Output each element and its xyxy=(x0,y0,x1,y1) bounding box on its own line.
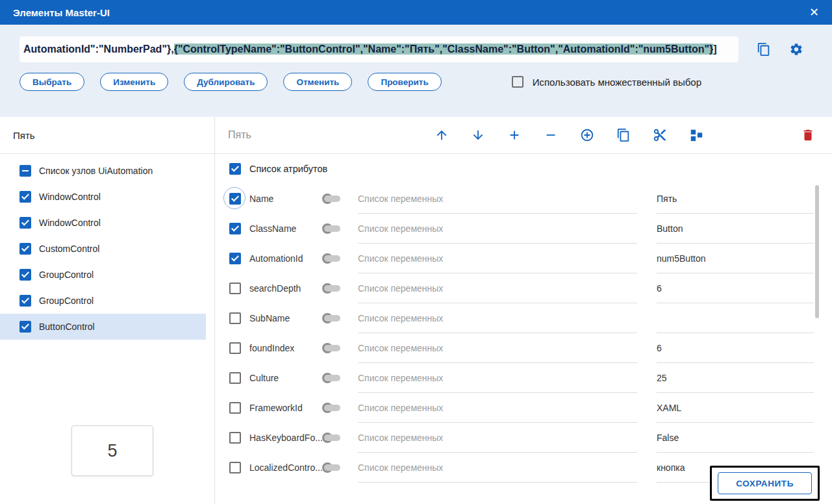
attribute-row: Culture Список переменных 25 xyxy=(215,363,832,393)
variable-field[interactable]: Список переменных xyxy=(358,393,637,423)
multi-select-label: Использовать множественный выбор xyxy=(533,77,701,88)
selector-text-tail: ] xyxy=(713,44,716,55)
move-up-icon[interactable] xyxy=(435,128,449,142)
attribute-row: AutomationId Список переменных num5Butto… xyxy=(215,244,832,273)
attribute-toggle[interactable] xyxy=(322,223,342,234)
attribute-checkbox[interactable] xyxy=(229,432,241,444)
attribute-value[interactable]: Пять xyxy=(657,184,814,214)
attribute-label: LocalizedContro... xyxy=(249,462,322,473)
attribute-checkbox[interactable] xyxy=(229,283,241,294)
attribute-value[interactable]: 6 xyxy=(657,273,814,303)
left-panel-header: Пять xyxy=(0,117,214,154)
attribute-label: Culture xyxy=(249,373,322,383)
variable-field[interactable]: Список переменных xyxy=(358,363,637,393)
node-item[interactable]: WindowControl xyxy=(0,210,214,236)
node-checkbox[interactable] xyxy=(19,243,31,255)
attribute-label: Name xyxy=(249,194,322,204)
attribute-toggle[interactable] xyxy=(322,462,342,473)
copy-icon[interactable] xyxy=(616,128,631,142)
action-button[interactable]: Изменить xyxy=(100,73,168,91)
multi-select-checkbox[interactable] xyxy=(512,76,523,88)
attribute-toggle[interactable] xyxy=(322,433,342,443)
attribute-toggle[interactable] xyxy=(322,343,342,353)
move-down-icon[interactable] xyxy=(471,128,485,142)
attributes-header: Список атрибутов xyxy=(215,154,832,184)
node-item[interactable]: GroupControl xyxy=(0,288,214,314)
attribute-value[interactable]: num5Button xyxy=(657,244,814,273)
attribute-checkbox[interactable] xyxy=(229,342,241,354)
attribute-value[interactable] xyxy=(657,303,814,333)
node-checkbox[interactable] xyxy=(19,191,31,203)
attribute-row: FrameworkId Список переменных XAML xyxy=(215,393,832,423)
vertical-scrollbar[interactable] xyxy=(815,185,819,318)
node-root-item[interactable]: Список узлов UiAutomation xyxy=(0,158,214,184)
attribute-toggle[interactable] xyxy=(322,403,342,413)
variable-field[interactable]: Список переменных xyxy=(358,423,637,453)
attribute-value[interactable]: 25 xyxy=(657,363,814,393)
node-tree-panel: Пять Список узлов UiAutomation WindowCon… xyxy=(0,117,215,504)
attribute-toggle[interactable] xyxy=(322,313,342,323)
attribute-value[interactable]: 6 xyxy=(657,333,814,363)
attribute-value[interactable]: XAML xyxy=(657,393,814,423)
add-circle-icon[interactable] xyxy=(580,128,594,142)
selector-text-plain: AutomationId":"NumberPad"}, xyxy=(23,44,174,55)
add-icon[interactable] xyxy=(507,128,522,142)
selector-input[interactable]: AutomationId":"NumberPad"},{"ControlType… xyxy=(19,36,738,62)
structure-icon[interactable] xyxy=(689,128,703,142)
node-checkbox[interactable] xyxy=(19,321,31,333)
attribute-checkbox[interactable] xyxy=(229,253,241,264)
attribute-row: Name Список переменных Пять xyxy=(215,184,832,214)
copy-selector-icon[interactable] xyxy=(757,42,771,57)
node-root-checkbox[interactable] xyxy=(19,165,31,177)
attribute-checkbox[interactable] xyxy=(229,193,241,205)
save-button[interactable]: СОХРАНИТЬ xyxy=(718,472,812,494)
window-title: Элементы Master-UI xyxy=(13,7,110,18)
attribute-toggle[interactable] xyxy=(322,194,342,204)
node-checkbox[interactable] xyxy=(19,269,31,281)
attribute-value[interactable]: Button xyxy=(657,214,814,244)
attribute-value[interactable]: False xyxy=(657,423,814,453)
action-button[interactable]: Дублировать xyxy=(184,73,268,91)
node-root-label: Список узлов UiAutomation xyxy=(39,166,153,176)
variable-field[interactable]: Список переменных xyxy=(358,244,637,273)
attribute-checkbox[interactable] xyxy=(229,402,241,414)
attribute-checkbox[interactable] xyxy=(229,372,241,384)
gear-icon[interactable] xyxy=(789,42,803,57)
attribute-row: foundIndex Список переменных 6 xyxy=(215,333,832,363)
node-checkbox[interactable] xyxy=(19,295,31,307)
attribute-checkbox[interactable] xyxy=(229,462,241,473)
attribute-toggle[interactable] xyxy=(322,253,342,264)
variable-field[interactable]: Список переменных xyxy=(358,453,637,483)
selector-panel: AutomationId":"NumberPad"},{"ControlType… xyxy=(0,25,832,117)
attribute-label: SubName xyxy=(249,313,322,323)
attributes-header-checkbox[interactable] xyxy=(229,163,241,175)
node-item[interactable]: GroupControl xyxy=(0,262,214,288)
delete-icon[interactable] xyxy=(801,128,815,142)
multi-select-option: Использовать множественный выбор xyxy=(512,76,701,88)
node-checkbox[interactable] xyxy=(19,217,31,229)
attribute-checkbox[interactable] xyxy=(229,312,241,324)
attribute-toggle[interactable] xyxy=(322,283,342,294)
close-icon[interactable]: ✕ xyxy=(809,6,819,18)
attribute-label: foundIndex xyxy=(249,343,322,353)
attribute-label: FrameworkId xyxy=(249,403,322,413)
action-button[interactable]: Проверить xyxy=(368,73,441,91)
attribute-checkbox[interactable] xyxy=(229,223,241,234)
remove-icon[interactable] xyxy=(544,128,558,142)
node-label: ButtonControl xyxy=(39,321,95,332)
attribute-row: searchDepth Список переменных 6 xyxy=(215,273,832,303)
variable-field[interactable]: Список переменных xyxy=(358,184,637,214)
variable-field[interactable]: Список переменных xyxy=(358,273,637,303)
variable-field[interactable]: Список переменных xyxy=(358,214,637,244)
variable-field[interactable]: Список переменных xyxy=(358,303,637,333)
attribute-toggle[interactable] xyxy=(322,373,342,383)
action-button[interactable]: Выбрать xyxy=(19,73,84,91)
cut-icon[interactable] xyxy=(653,128,667,142)
node-item[interactable]: WindowControl xyxy=(0,184,214,210)
variable-field[interactable]: Список переменных xyxy=(358,333,637,363)
selector-text-highlighted: {"ControlTypeName":"ButtonControl","Name… xyxy=(174,44,714,55)
node-item[interactable]: ButtonControl xyxy=(0,314,206,340)
action-button[interactable]: Отменить xyxy=(283,73,352,91)
right-panel-header: Пять xyxy=(215,117,832,154)
node-item[interactable]: CustomControl xyxy=(0,236,214,262)
